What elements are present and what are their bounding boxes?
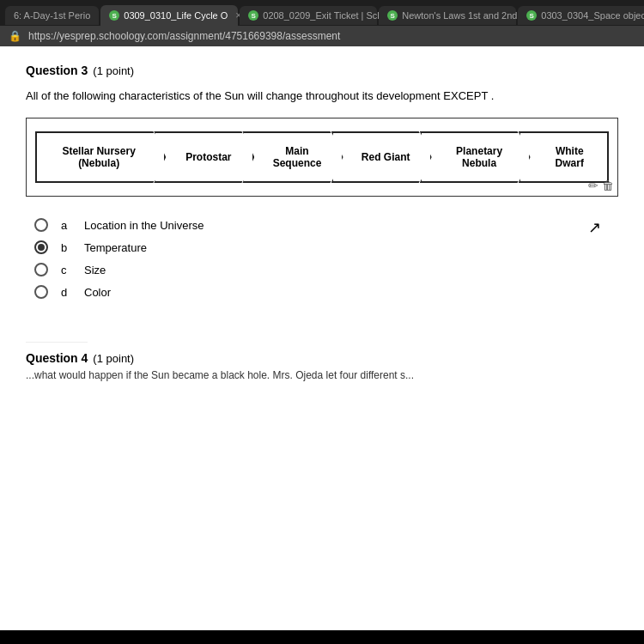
stellar-sequence-diagram: Stellar Nursery(Nebula) Protostar MainSe… (26, 118, 618, 197)
step-stellar-nursery: Stellar Nursery(Nebula) (35, 131, 166, 183)
question3-points: (1 point) (93, 64, 134, 77)
answer-choice-a[interactable]: a Location in the Universe (34, 218, 618, 232)
step-protostar: Protostar (154, 131, 254, 183)
choice-letter-d: d (61, 286, 71, 299)
radio-c[interactable] (34, 263, 48, 276)
browser-chrome: 6: A-Day-1st Perio S 0309_0310_Life Cycl… (0, 0, 644, 46)
choice-text-d: Color (84, 286, 111, 299)
address-bar: 🔒 https://yesprep.schoology.com/assignme… (0, 26, 644, 46)
tab-newton-label: Newton's Laws 1st and 2nd, (402, 10, 519, 21)
step-label-white-dwarf: WhiteDwarf (556, 145, 584, 169)
step-label-stellar-nursery: Stellar Nursery(Nebula) (62, 145, 135, 169)
step-box-planetary-nebula: PlanetaryNebula (420, 131, 531, 183)
choice-text-c: Size (84, 264, 106, 276)
step-label-planetary-nebula: PlanetaryNebula (456, 145, 502, 169)
question4-label: Question 4 (26, 342, 88, 365)
answer-choice-c[interactable]: c Size (34, 263, 618, 276)
edit-icon[interactable]: ✏ (588, 179, 598, 192)
step-planetary-nebula: PlanetaryNebula (420, 131, 531, 183)
question4-text: ...what would happen if the Sun became a… (26, 369, 618, 381)
radio-b[interactable] (34, 240, 48, 254)
question4-section: Question 4 (1 point) ...what would happe… (26, 325, 618, 381)
cursor-arrow: ↗ (588, 218, 601, 237)
choice-letter-b: b (61, 241, 71, 254)
tab-bar: 6: A-Day-1st Perio S 0309_0310_Life Cycl… (0, 0, 644, 26)
diagram-edit-controls: ✏ 🗑 (585, 175, 617, 196)
tab-space-label: 0303_0304_Space objects a (541, 10, 644, 21)
step-box-stellar-nursery: Stellar Nursery(Nebula) (35, 131, 166, 183)
schoology-icon-4: S (526, 10, 537, 21)
tab-exit-ticket[interactable]: S 0208_0209_Exit Ticket | Sch (240, 6, 377, 25)
question3-label: Question 3 (26, 64, 88, 77)
radio-b-fill (38, 244, 45, 251)
tab-exit-label: 0208_0209_Exit Ticket | Sch (263, 10, 382, 21)
step-red-giant: Red Giant (331, 131, 432, 183)
question3-text: All of the following characteristics of … (26, 89, 618, 102)
schoology-icon: S (109, 10, 119, 21)
choice-letter-c: c (61, 264, 71, 276)
schoology-icon-2: S (248, 10, 258, 21)
step-box-red-giant: Red Giant (331, 131, 432, 183)
step-label-main-sequence: MainSequence (273, 145, 322, 169)
sequence-steps: Stellar Nursery(Nebula) Protostar MainSe… (35, 131, 609, 183)
step-label-protostar: Protostar (185, 151, 231, 163)
radio-a[interactable] (34, 218, 48, 232)
tab-space[interactable]: S 0303_0304_Space objects a (518, 6, 644, 25)
step-main-sequence: MainSequence (242, 131, 343, 183)
choice-letter-a: a (61, 219, 71, 232)
delete-icon[interactable]: 🗑 (602, 179, 614, 192)
tab-life-cycle-label: 0309_0310_Life Cycle O (124, 10, 228, 21)
tab-previous-label: 6: A-Day-1st Perio (14, 10, 90, 21)
tab-previous[interactable]: 6: A-Day-1st Perio (5, 6, 99, 25)
step-label-red-giant: Red Giant (361, 151, 410, 163)
schoology-icon-3: S (387, 10, 398, 21)
answer-choice-b[interactable]: b Temperature (34, 240, 618, 254)
page-content: Question 3 (1 point) All of the followin… (0, 46, 644, 630)
step-box-main-sequence: MainSequence (242, 131, 343, 183)
question4-points: (1 point) (93, 352, 134, 365)
tab-life-cycle[interactable]: S 0309_0310_Life Cycle O × (100, 5, 238, 26)
answer-choices: a Location in the Universe b Temperature… (34, 218, 618, 299)
choice-text-a: Location in the Universe (84, 219, 204, 232)
lock-icon: 🔒 (9, 30, 21, 42)
tab-newton[interactable]: S Newton's Laws 1st and 2nd, (379, 6, 516, 25)
choice-text-b: Temperature (84, 241, 147, 254)
step-box-protostar: Protostar (154, 131, 254, 183)
answer-choice-d[interactable]: d Color (34, 285, 618, 299)
radio-d[interactable] (34, 285, 48, 299)
url-display[interactable]: https://yesprep.schoology.com/assignment… (28, 30, 340, 42)
